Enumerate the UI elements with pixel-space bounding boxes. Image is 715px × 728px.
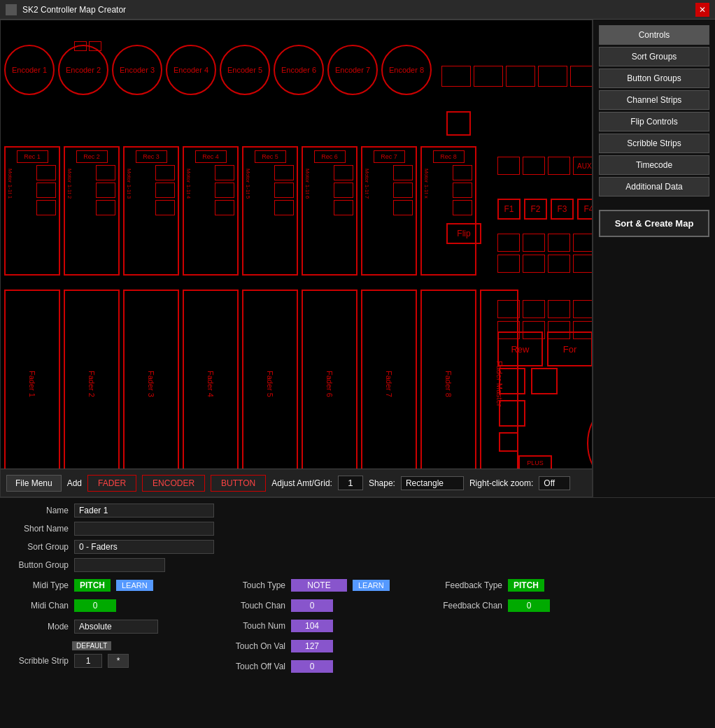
encoder-2[interactable]: Encoder 2	[58, 45, 108, 95]
touch-learn-btn[interactable]: LEARN	[353, 580, 390, 591]
tab-encoder[interactable]: ENCODER	[142, 475, 205, 492]
ch-box-5b[interactable]	[274, 183, 294, 198]
sr-box-5[interactable]	[570, 66, 593, 87]
zoom-input[interactable]	[539, 476, 570, 490]
ch-box-2a[interactable]	[96, 165, 115, 180]
sr-box-1[interactable]	[441, 66, 471, 87]
sidebar-button-groups-btn[interactable]: Button Groups	[599, 69, 709, 88]
close-button[interactable]: ✕	[695, 3, 709, 17]
jog-ctrl-1[interactable]	[499, 368, 525, 394]
f-btn-3[interactable]: F3	[551, 199, 574, 220]
jog-ctrl-3[interactable]	[499, 400, 525, 427]
ch-box-5c[interactable]	[274, 200, 294, 215]
ch-box-4c[interactable]	[215, 200, 234, 215]
rta-1[interactable]	[497, 300, 520, 318]
ch-box-4b[interactable]	[215, 183, 234, 198]
scribble-star-input[interactable]	[108, 654, 129, 668]
fader-4[interactable]: Fader 4	[183, 290, 239, 478]
sidebar-flip-controls-btn[interactable]: Flip Controls	[599, 112, 709, 131]
sidebar-channel-strips-btn[interactable]: Channel Strips	[599, 90, 709, 110]
channel-strip-4[interactable]: Rec 4 Motor 1-1t 4	[183, 146, 239, 276]
rm-11[interactable]	[548, 255, 570, 273]
button-group-input[interactable]	[74, 558, 165, 572]
encoder-1[interactable]: Encoder 1	[4, 45, 55, 95]
aux-label[interactable]: AUX	[573, 157, 593, 175]
ch-box-2c[interactable]	[96, 200, 115, 215]
rec-btn-6[interactable]: Rec 6	[314, 150, 346, 163]
sort-group-input[interactable]	[74, 540, 214, 554]
ch-box-7c[interactable]	[393, 200, 413, 215]
short-name-input[interactable]	[74, 522, 214, 536]
fader-8[interactable]: Fader 8	[420, 290, 476, 478]
single-box-left[interactable]	[446, 111, 471, 136]
encoder-3[interactable]: Encoder 3	[112, 45, 162, 95]
rec-btn-8[interactable]: Rec 8	[433, 150, 465, 163]
sidebar-scribble-strips-btn[interactable]: Scribble Strips	[599, 134, 709, 153]
rm-4[interactable]	[573, 234, 593, 252]
rew-button[interactable]: Rew	[497, 331, 543, 366]
channel-strip-1[interactable]: Rec 1 Motor 1-1t 1	[4, 146, 60, 276]
encoder-6[interactable]: Encoder 6	[274, 45, 324, 95]
rec-btn-1[interactable]: Rec 1	[17, 150, 48, 163]
ch-box-3b[interactable]	[155, 183, 175, 198]
encoder-4[interactable]: Encoder 4	[166, 45, 216, 95]
sr-box-3[interactable]	[506, 66, 535, 87]
default-btn[interactable]: DEFAULT	[72, 641, 111, 650]
rec-btn-7[interactable]: Rec 7	[374, 150, 405, 163]
encoder-8[interactable]: Encoder 8	[381, 45, 432, 95]
midi-learn-btn[interactable]: LEARN	[116, 580, 153, 591]
channel-strip-6[interactable]: Rec 6 Motor 1-1t 6	[302, 146, 358, 276]
rm-9[interactable]	[497, 255, 520, 273]
rec-btn-5[interactable]: Rec 5	[255, 150, 286, 163]
rec-btn-2[interactable]: Rec 2	[76, 150, 108, 163]
ch-box-4a[interactable]	[215, 165, 234, 180]
f-btn-4[interactable]: F4	[577, 199, 593, 220]
ch-box-8c[interactable]	[453, 200, 472, 215]
ch-box-3c[interactable]	[155, 200, 175, 215]
rm-3[interactable]	[548, 234, 570, 252]
flip-button[interactable]: Flip	[446, 223, 481, 244]
f-btn-2[interactable]: F2	[524, 199, 547, 220]
ch-box-2b[interactable]	[96, 183, 115, 198]
ch-box-6b[interactable]	[334, 183, 353, 198]
sidebar-controls-btn[interactable]: Controls	[599, 25, 709, 45]
sort-create-btn[interactable]: Sort & Create Map	[599, 210, 709, 237]
tab-button[interactable]: BUTTON	[211, 475, 266, 492]
rm-1[interactable]	[497, 234, 520, 252]
jog-ctrl-2[interactable]	[531, 368, 558, 394]
channel-strip-2[interactable]: Rec 2 Motor 1-1t 2	[64, 146, 120, 276]
ch-box-7b[interactable]	[393, 183, 413, 198]
encoder-5[interactable]: Encoder 5	[220, 45, 270, 95]
rm-12[interactable]	[573, 255, 593, 273]
name-input[interactable]	[74, 504, 214, 518]
ch-box-1b[interactable]	[36, 183, 56, 198]
fader-6[interactable]: Fader 6	[302, 290, 358, 478]
rm-2[interactable]	[523, 234, 545, 252]
scribble-num-input[interactable]	[74, 654, 102, 668]
rta-3[interactable]	[548, 300, 570, 318]
rta-2[interactable]	[523, 300, 545, 318]
ch-box-6c[interactable]	[334, 200, 353, 215]
ch-box-3a[interactable]	[155, 165, 175, 180]
ab-box-2[interactable]	[523, 157, 545, 175]
sidebar-timecode-btn[interactable]: Timecode	[599, 155, 709, 175]
file-menu-button[interactable]: File Menu	[6, 475, 62, 492]
ch-box-7a[interactable]	[393, 165, 413, 180]
canvas-area[interactable]: Encoder 1 Encoder 2 Encoder 3 Encoder 4 …	[0, 20, 593, 497]
rec-btn-4[interactable]: Rec 4	[195, 150, 227, 163]
rta-4[interactable]	[573, 300, 593, 318]
ch-box-1c[interactable]	[36, 200, 56, 215]
fader-5[interactable]: Fader 5	[242, 290, 298, 478]
channel-strip-5[interactable]: Rec 5 Motor 1-1t 5	[242, 146, 298, 276]
fader-7[interactable]: Fader 7	[361, 290, 417, 478]
rm-10[interactable]	[523, 255, 545, 273]
fwd-button[interactable]: For	[547, 331, 593, 366]
tab-fader[interactable]: FADER	[87, 475, 136, 492]
rec-btn-3[interactable]: Rec 3	[136, 150, 167, 163]
sidebar-additional-data-btn[interactable]: Additional Data	[599, 177, 709, 197]
ch-box-8a[interactable]	[453, 165, 472, 180]
fader-1[interactable]: Fader 1	[4, 290, 60, 478]
sr-box-2[interactable]	[474, 66, 503, 87]
fader-2[interactable]: Fader 2	[64, 290, 120, 478]
ch-box-5a[interactable]	[274, 165, 294, 180]
